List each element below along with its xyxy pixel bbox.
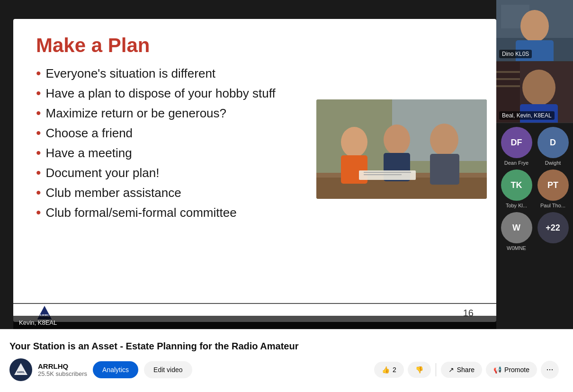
svg-point-18 — [520, 10, 549, 42]
bottom-bar: Your Station is an Asset - Estate Planni… — [0, 329, 573, 392]
avatar-circle-paul: PT — [537, 169, 569, 201]
interaction-buttons: 👍 2 👎 ↗ Share 📢 Promote ··· — [374, 361, 559, 379]
svg-rect-25 — [496, 85, 520, 87]
channel-subscribers: 25.5K subscribers — [38, 370, 87, 377]
avatar-item-dwight: D Dwight — [537, 127, 569, 166]
promote-button[interactable]: 📢 Promote — [486, 362, 537, 378]
svg-rect-9 — [430, 154, 459, 185]
like-button[interactable]: 👍 2 — [374, 362, 404, 378]
presenter-bar: Kevin, K8EAL — [13, 316, 496, 329]
meeting-photo-inner — [316, 99, 487, 199]
svg-point-6 — [384, 125, 410, 155]
svg-point-8 — [430, 124, 458, 156]
bullet-8: Club formal/semi-formal committee — [36, 205, 474, 221]
participants-panel: Dino KL0S Beal, Kevin, K8EAL — [496, 0, 573, 329]
share-icon: ↗ — [448, 366, 454, 374]
more-options-button[interactable]: ··· — [541, 361, 559, 379]
slide-content: Make a Plan Everyone's situation is diff… — [13, 19, 496, 303]
bullet-1: Everyone's situation is different — [36, 65, 474, 81]
avatar-circle-dwight: D — [537, 127, 569, 158]
dislike-button[interactable]: 👎 — [408, 362, 431, 378]
avatar-item-toby: TK Toby Kl... — [500, 169, 533, 208]
analytics-button[interactable]: Analytics — [93, 361, 138, 378]
kevin-name-badge: Beal, Kevin, K8EAL — [499, 111, 555, 120]
video-tile-kevin: Beal, Kevin, K8EAL — [496, 62, 573, 123]
avatar-circle-toby: TK — [501, 169, 532, 201]
avatar-name-toby: Toby Kl... — [506, 203, 527, 208]
avatar-name-dean: Dean Frye — [504, 160, 528, 166]
avatar-circle-w0mne: W — [501, 212, 532, 243]
share-button[interactable]: ↗ Share — [441, 362, 482, 378]
svg-rect-24 — [496, 78, 520, 80]
presenter-name-label: Kevin, K8EAL — [19, 319, 57, 326]
more-icon: ··· — [546, 365, 553, 374]
edit-video-button[interactable]: Edit video — [144, 361, 192, 378]
avatar-item-paul: PT Paul Tho... — [537, 169, 569, 208]
avatar-name-w0mne: W0MNE — [507, 245, 526, 251]
svg-rect-23 — [496, 71, 520, 73]
avatar-circle-plus: +22 — [537, 212, 569, 243]
avatar-item-w0mne: W W0MNE — [500, 212, 533, 251]
channel-logo[interactable]: ARRL — [9, 358, 32, 381]
svg-text:ARRL: ARRL — [17, 371, 25, 374]
video-tile-dino: Dino KL0S — [496, 0, 573, 62]
avatars-grid: DF Dean Frye D Dwight TK Toby Kl... PT P… — [496, 123, 573, 255]
channel-left: ARRL ARRLHQ 25.5K subscribers Analytics … — [9, 358, 192, 381]
video-title: Your Station is an Asset - Estate Planni… — [9, 341, 564, 352]
slide-container: Make a Plan Everyone's situation is diff… — [13, 19, 496, 322]
thumbs-up-icon: 👍 — [382, 366, 390, 374]
bullet-2: Have a plan to dispose of your hobby stu… — [36, 85, 474, 101]
dino-name-badge: Dino KL0S — [499, 50, 532, 58]
channel-name[interactable]: ARRLHQ — [38, 362, 87, 370]
avatar-item-plus: +22 — [537, 212, 569, 251]
svg-rect-11 — [364, 172, 411, 173]
svg-point-4 — [341, 127, 367, 157]
avatar-name-paul: Paul Tho... — [540, 203, 565, 208]
main-wrapper: Make a Plan Everyone's situation is diff… — [0, 0, 573, 392]
slide-title: Make a Plan — [36, 34, 474, 57]
avatar-item-dean: DF Dean Frye — [500, 127, 533, 166]
svg-rect-12 — [364, 174, 402, 175]
like-count: 2 — [393, 366, 396, 374]
avatar-circle-dean: DF — [501, 127, 532, 158]
meeting-photo — [316, 99, 487, 199]
channel-row: ARRL ARRLHQ 25.5K subscribers Analytics … — [9, 358, 564, 381]
promote-icon: 📢 — [493, 366, 501, 374]
button-divider — [436, 363, 436, 376]
channel-info: ARRLHQ 25.5K subscribers — [38, 362, 87, 377]
video-area: Make a Plan Everyone's situation is diff… — [0, 0, 573, 329]
thumbs-down-icon: 👎 — [415, 366, 423, 374]
svg-point-26 — [522, 70, 555, 106]
avatar-name-dwight: Dwight — [545, 160, 561, 166]
